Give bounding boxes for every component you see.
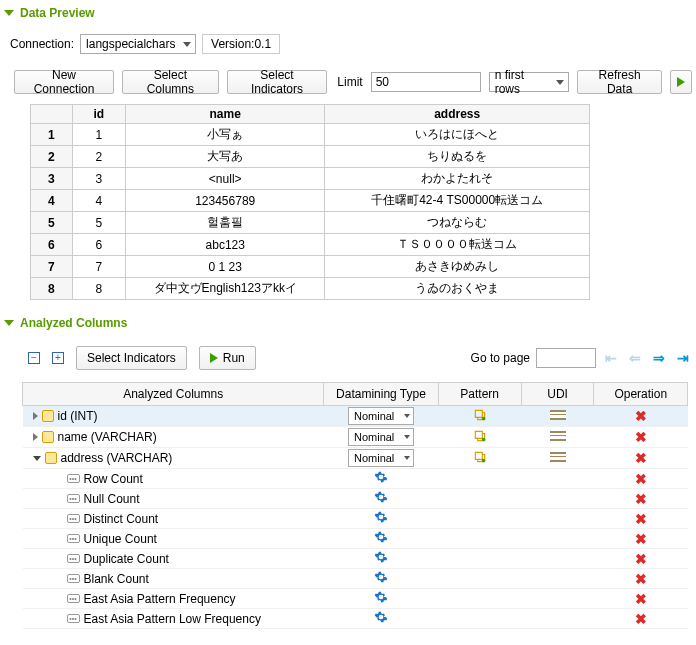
collapse-toggle-icon[interactable]	[4, 320, 14, 326]
prev-page-icon[interactable]: ⇐	[626, 350, 644, 366]
table-row[interactable]: 22大写あちりぬるを	[31, 146, 590, 168]
gear-icon[interactable]	[374, 590, 388, 604]
limit-input[interactable]	[371, 72, 481, 92]
column-row[interactable]: name (VARCHAR)Nominal✖	[23, 427, 688, 448]
column-icon	[42, 410, 54, 422]
gear-icon[interactable]	[374, 550, 388, 564]
run-preview-button[interactable]	[670, 70, 692, 94]
collapse-all-icon[interactable]: −	[28, 352, 40, 364]
column-row[interactable]: address (VARCHAR)Nominal✖	[23, 448, 688, 469]
indicator-row[interactable]: •••Null Count✖	[23, 489, 688, 509]
delete-icon[interactable]: ✖	[635, 611, 647, 627]
gear-icon[interactable]	[374, 530, 388, 544]
indicator-icon: •••	[67, 574, 80, 583]
table-row[interactable]: 44123456789千住曙町42-4 TS00000転送コム	[31, 190, 590, 212]
delete-icon[interactable]: ✖	[635, 511, 647, 527]
cell-name: ダ中文ヴEnglish123アkkイ	[126, 278, 325, 300]
table-row[interactable]: 11小写ぁいろはにほへと	[31, 124, 590, 146]
chevron-down-icon	[556, 80, 564, 85]
indicator-row[interactable]: •••Blank Count✖	[23, 569, 688, 589]
udi-icon[interactable]	[550, 410, 566, 420]
new-connection-button[interactable]: New Connection	[14, 70, 114, 94]
pattern-icon[interactable]	[473, 429, 487, 443]
udi-icon[interactable]	[550, 431, 566, 441]
cell-address: ＴＳ００００転送コム	[325, 234, 590, 256]
delete-icon[interactable]: ✖	[635, 429, 647, 445]
indicator-row[interactable]: •••Duplicate Count✖	[23, 549, 688, 569]
cell-id: 5	[72, 212, 125, 234]
delete-icon[interactable]: ✖	[635, 591, 647, 607]
indicator-row[interactable]: •••East Asia Pattern Frequency✖	[23, 589, 688, 609]
version-label: Version:0.1	[211, 37, 271, 51]
expand-toggle-icon[interactable]	[33, 456, 41, 461]
delete-icon[interactable]: ✖	[635, 571, 647, 587]
section-header-analyzed-columns[interactable]: Analyzed Columns	[0, 310, 696, 336]
header-datamining-type: Datamining Type	[324, 383, 438, 406]
table-row[interactable]: 66abc123ＴＳ００００転送コム	[31, 234, 590, 256]
udi-icon[interactable]	[550, 452, 566, 462]
delete-icon[interactable]: ✖	[635, 491, 647, 507]
pattern-icon[interactable]	[473, 450, 487, 464]
indicator-row[interactable]: •••Distinct Count✖	[23, 509, 688, 529]
table-row[interactable]: 88ダ中文ヴEnglish123アkkイうゐのおくやま	[31, 278, 590, 300]
pattern-icon[interactable]	[473, 408, 487, 422]
col-header-name[interactable]: name	[126, 105, 325, 124]
datamining-type-select[interactable]: Nominal	[348, 449, 414, 467]
collapse-toggle-icon[interactable]	[4, 10, 14, 16]
indicator-row[interactable]: •••Row Count✖	[23, 469, 688, 489]
column-icon	[45, 452, 57, 464]
first-page-icon[interactable]: ⇤	[602, 350, 620, 366]
delete-icon[interactable]: ✖	[635, 551, 647, 567]
connection-row: Connection: langspecialchars Version:0.1	[0, 26, 696, 68]
run-button[interactable]: Run	[199, 346, 256, 370]
connection-select[interactable]: langspecialchars	[80, 34, 196, 54]
table-row[interactable]: 55헐훔필つねならむ	[31, 212, 590, 234]
delete-icon[interactable]: ✖	[635, 450, 647, 466]
col-header-address[interactable]: address	[325, 105, 590, 124]
col-header-id[interactable]: id	[72, 105, 125, 124]
header-pattern: Pattern	[438, 383, 521, 406]
cell-name: 大写あ	[126, 146, 325, 168]
expand-all-icon[interactable]: +	[52, 352, 64, 364]
row-number: 3	[31, 168, 73, 190]
table-row[interactable]: 33<null>わかよたれそ	[31, 168, 590, 190]
indicator-icon: •••	[67, 494, 80, 503]
analyzed-columns-table-wrap: Analyzed Columns Datamining Type Pattern…	[22, 382, 690, 629]
cell-id: 3	[72, 168, 125, 190]
cell-name: 0 1 23	[126, 256, 325, 278]
select-columns-button[interactable]: Select Columns	[122, 70, 219, 94]
indicator-row[interactable]: •••East Asia Pattern Low Frequency✖	[23, 609, 688, 629]
refresh-data-button[interactable]: Refresh Data	[577, 70, 662, 94]
indicator-icon: •••	[67, 554, 80, 563]
last-page-icon[interactable]: ⇥	[674, 350, 692, 366]
column-label: address (VARCHAR)	[61, 451, 173, 465]
gear-icon[interactable]	[374, 470, 388, 484]
section-title: Data Preview	[20, 6, 95, 20]
expand-toggle-icon[interactable]	[33, 433, 38, 441]
indicator-row[interactable]: •••Unique Count✖	[23, 529, 688, 549]
next-page-icon[interactable]: ⇒	[650, 350, 668, 366]
run-label: Run	[223, 351, 245, 365]
chevron-down-icon	[404, 435, 410, 439]
indicator-icon: •••	[67, 614, 80, 623]
expand-toggle-icon[interactable]	[33, 412, 38, 420]
rows-mode-select[interactable]: n first rows	[489, 72, 570, 92]
gear-icon[interactable]	[374, 490, 388, 504]
goto-page-input[interactable]	[536, 348, 596, 368]
select-indicators-button[interactable]: Select Indicators	[227, 70, 328, 94]
delete-icon[interactable]: ✖	[635, 531, 647, 547]
delete-icon[interactable]: ✖	[635, 471, 647, 487]
datamining-type-select[interactable]: Nominal	[348, 407, 414, 425]
gear-icon[interactable]	[374, 510, 388, 524]
rows-mode-value: n first rows	[495, 68, 553, 96]
table-row[interactable]: 770 1 23あさきゆめみし	[31, 256, 590, 278]
datamining-type-select[interactable]: Nominal	[348, 428, 414, 446]
cell-name: 小写ぁ	[126, 124, 325, 146]
gear-icon[interactable]	[374, 610, 388, 624]
gear-icon[interactable]	[374, 570, 388, 584]
section-header-data-preview[interactable]: Data Preview	[0, 0, 696, 26]
connection-value: langspecialchars	[86, 37, 175, 51]
column-row[interactable]: id (INT)Nominal✖	[23, 406, 688, 427]
ac-select-indicators-button[interactable]: Select Indicators	[76, 346, 187, 370]
delete-icon[interactable]: ✖	[635, 408, 647, 424]
